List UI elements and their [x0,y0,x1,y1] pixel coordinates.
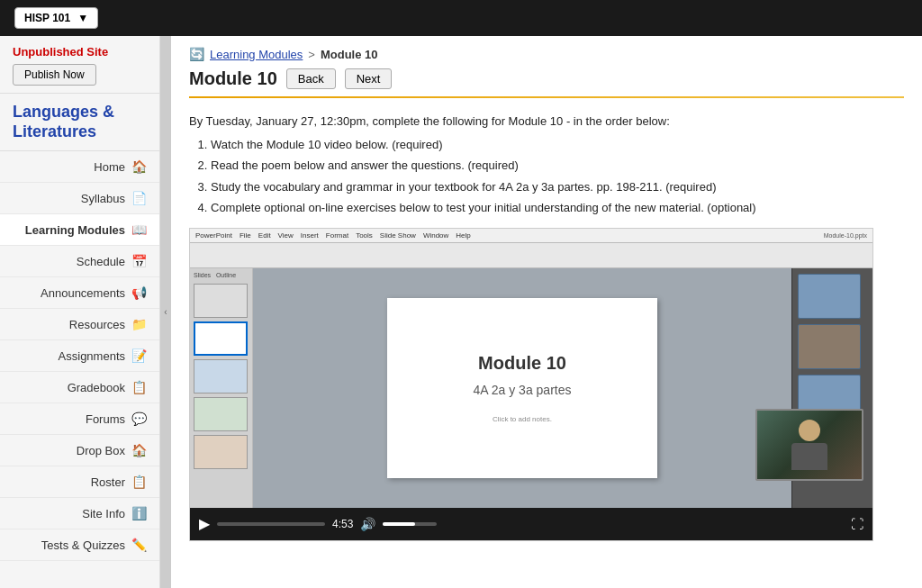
sidebar-item-forums[interactable]: Forums 💬 [0,403,159,435]
sidebar-item-label: Site Info [13,507,125,520]
content-area: 🔄 Learning Modules > Module 10 Module 10… [171,36,922,588]
play-button[interactable]: ▶ [199,515,210,532]
schedule-icon: 📅 [131,253,147,269]
video-controls: ▶ 4:53 🔊 ⛶ [190,508,872,540]
publish-now-button[interactable]: Publish Now [13,64,96,86]
breadcrumb-current: Module 10 [321,48,378,61]
slide-thumb-5 [194,435,248,469]
sidebar-item-drop-box[interactable]: Drop Box 🏠 [0,435,159,466]
top-bar: HISP 101 ▼ [0,0,922,36]
volume-bar[interactable] [383,522,437,526]
slides-panel: Slides Outline [190,268,253,508]
instructions: By Tuesday, January 27, 12:30pm, complet… [189,113,904,217]
slide-thumb-3 [194,359,248,394]
sidebar-item-schedule[interactable]: Schedule 📅 [0,246,159,277]
syllabus-icon: 📄 [131,190,147,206]
sidebar-item-tests-quizzes[interactable]: Tests & Quizzes ✏️ [0,529,159,561]
roster-icon: 📋 [131,474,147,490]
breadcrumb-icon: 🔄 [189,47,204,61]
sidebar-item-home[interactable]: Home 🏠 [0,151,159,183]
unpublished-label: Unpublished Site [13,45,147,59]
sidebar-item-label: Forums [13,412,125,426]
site-title: Languages & Literatures [0,94,159,151]
desktop-icon-2 [798,324,861,369]
course-name: HISP 101 [24,12,70,24]
step-2: Read the poem below and answer the quest… [211,157,904,175]
sidebar-item-label: Tests & Quizzes [13,538,125,552]
home-icon: 🏠 [131,158,147,175]
sidebar-item-label: Resources [13,318,125,331]
sidebar-item-resources[interactable]: Resources 📁 [0,309,159,340]
resources-icon: 📁 [131,316,147,332]
page-title: Module 10 [189,68,277,89]
sidebar: Unpublished Site Publish Now Languages &… [0,36,160,588]
breadcrumb-separator: > [308,48,315,61]
ppt-title: Module-10.pptx [824,232,867,239]
dropdown-arrow: ▼ [77,12,88,24]
breadcrumb-parent-link[interactable]: Learning Modules [210,48,303,61]
back-button[interactable]: Back [286,68,336,89]
video-person [757,411,862,479]
sidebar-item-gradebook[interactable]: Gradebook 📋 [0,372,159,403]
sidebar-item-label: Home [13,160,125,174]
sidebar-item-label: Schedule [13,255,125,268]
learning-modules-icon: 📖 [131,222,147,238]
site-info-icon: ℹ️ [131,505,147,521]
assignments-icon: 📝 [131,348,147,364]
sidebar-item-label: Gradebook [13,381,125,394]
gradebook-icon: 📋 [131,379,147,395]
slide-thumb-2 [194,321,248,356]
sidebar-item-label: Assignments [13,349,125,363]
sidebar-item-label: Syllabus [13,192,125,205]
click-note: Click to add notes. [493,415,552,423]
forums-icon: 💬 [131,411,147,427]
sidebar-item-label: Drop Box [13,444,125,457]
volume-fill [383,522,415,526]
divider [189,96,904,98]
person-head [799,420,820,441]
sidebar-item-site-info[interactable]: Site Info ℹ️ [0,498,159,529]
sidebar-item-label: Roster [13,475,125,489]
time-display: 4:53 [332,518,353,530]
page-title-row: Module 10 Back Next [189,68,904,89]
sidebar-header: Unpublished Site Publish Now [0,36,159,94]
course-selector[interactable]: HISP 101 ▼ [14,7,98,29]
tests-quizzes-icon: ✏️ [131,537,147,553]
step-4: Complete optional on-line exercises belo… [211,199,904,217]
sidebar-item-announcements[interactable]: Announcements 📢 [0,277,159,309]
video-player: PowerPointFileEditViewInsertFormatToolsS… [189,228,873,541]
slide-content-area: Module 10 4A 2a y 3a partes Click to add… [253,268,791,508]
drop-box-icon: 🏠 [131,442,147,458]
slide-thumb-1 [194,284,248,318]
breadcrumb: 🔄 Learning Modules > Module 10 [189,47,904,61]
person-body [791,443,827,470]
step-3: Study the vocabulary and grammar in your… [211,178,904,196]
sidebar-item-roster[interactable]: Roster 📋 [0,466,159,498]
main-slide: Module 10 4A 2a y 3a partes Click to add… [387,298,657,478]
instructions-intro: By Tuesday, January 27, 12:30pm, complet… [189,113,904,131]
desktop-icon-1 [798,274,861,319]
sidebar-collapse-handle[interactable]: ‹ [160,36,171,588]
announcements-icon: 📢 [131,285,147,301]
steps-list: Watch the Module 10 video below. (requir… [211,136,904,217]
next-button[interactable]: Next [345,68,393,89]
sidebar-item-learning-modules[interactable]: Learning Modules 📖 [0,214,159,246]
slide-title: Module 10 [478,353,566,374]
slide-subtitle: 4A 2a y 3a partes [474,383,572,397]
webcam-overlay [755,409,863,481]
step-1: Watch the Module 10 video below. (requir… [211,136,904,154]
video-screenshot: PowerPointFileEditViewInsertFormatToolsS… [190,229,872,508]
sidebar-item-assignments[interactable]: Assignments 📝 [0,340,159,372]
sidebar-item-label: Learning Modules [13,223,125,237]
volume-icon[interactable]: 🔊 [360,517,375,531]
sidebar-item-label: Announcements [13,286,125,300]
progress-bar[interactable] [217,522,325,526]
sidebar-item-syllabus[interactable]: Syllabus 📄 [0,183,159,214]
fullscreen-button[interactable]: ⛶ [851,517,863,531]
person-shape [791,420,827,470]
slide-thumb-4 [194,397,248,431]
main-layout: Unpublished Site Publish Now Languages &… [0,36,922,588]
